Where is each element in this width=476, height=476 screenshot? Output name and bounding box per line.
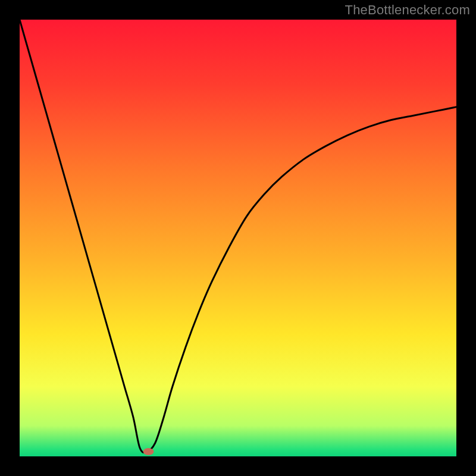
watermark-text: TheBottlenecker.com [345, 2, 470, 18]
chart-frame: TheBottlenecker.com [0, 0, 476, 476]
bottleneck-chart [0, 0, 476, 476]
plot-area [20, 20, 456, 456]
optimal-marker [143, 448, 154, 455]
